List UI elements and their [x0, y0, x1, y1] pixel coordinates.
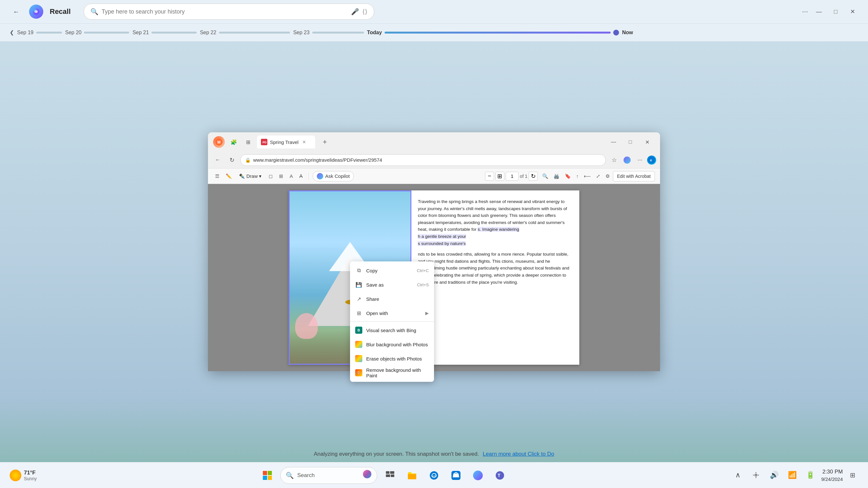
pdf-crop-btn[interactable]: ⊞ — [277, 171, 285, 182]
browser-extensions-btn[interactable]: 🧩 — [228, 137, 239, 147]
context-menu-open-with[interactable]: ⊞ Open with ▶ — [350, 306, 434, 320]
battery-button[interactable]: 🔋 — [803, 468, 817, 482]
pdf-text-mode-btn[interactable]: A — [288, 171, 295, 182]
pdf-share-btn[interactable]: ↑ — [574, 171, 581, 182]
taskbar-chevron-btn[interactable]: ∧ — [731, 468, 745, 482]
browser-more-button[interactable]: ··· — [634, 154, 646, 166]
microsoft-store-button[interactable] — [447, 466, 465, 484]
timeline-sep23[interactable]: Sep 23 — [293, 30, 364, 35]
pdf-toolbar: ☰ ✏️ ✒️ Draw ▾ ◻ ⊞ A A̶ Ask Copilot − ⊞ … — [208, 168, 660, 184]
browser-close-button[interactable]: ✕ — [640, 136, 655, 148]
pdf-expand-btn[interactable]: ⤢ — [594, 171, 602, 182]
browser-window: M 🧩 ⊞ PDF Spring Travel ✕ + — □ ✕ ← ↻ — [208, 132, 660, 371]
pdf-prev-page-btn[interactable]: ⟵ — [582, 171, 593, 182]
timeline-today[interactable]: Today — [367, 30, 619, 35]
clock-display[interactable]: 2:30 PM 9/24/2024 — [821, 468, 843, 483]
zoom-fit-button[interactable]: ⊞ — [495, 172, 504, 181]
zoom-in-button[interactable]: ↻ — [529, 172, 538, 181]
new-tab-button[interactable]: + — [319, 136, 331, 148]
pdf-highlight-btn[interactable]: ✏️ — [224, 171, 234, 182]
close-button[interactable]: ✕ — [847, 6, 858, 18]
share-label: Share — [366, 296, 429, 302]
clock-date: 9/24/2024 — [821, 476, 843, 483]
browser-tab-spring-travel[interactable]: PDF Spring Travel ✕ — [257, 135, 315, 149]
context-menu-share[interactable]: ↗ Share — [350, 292, 434, 306]
pdf-eraser-btn[interactable]: ◻ — [267, 171, 275, 182]
weather-sun-icon — [10, 469, 21, 481]
copy-label: Copy — [366, 268, 413, 273]
windows-start-button[interactable] — [258, 466, 276, 484]
pdf-text-btn2[interactable]: A̶ — [298, 171, 305, 182]
pdf-draw-chevron: ▾ — [259, 173, 261, 179]
teams-button[interactable]: T — [491, 466, 509, 484]
context-menu-erase-photos[interactable]: Erase objects with Photos — [350, 352, 434, 366]
recall-bar: ← Recall 🔍 🎤 ⟨⟩ ··· — □ ✕ — [0, 0, 868, 23]
timeline-sep19[interactable]: Sep 19 — [17, 30, 62, 35]
more-options-icon[interactable]: ··· — [802, 7, 808, 16]
pdf-draw-button[interactable]: ✒️ Draw ▾ — [237, 171, 264, 182]
file-explorer-button[interactable] — [403, 466, 421, 484]
copilot-nav-button[interactable] — [621, 154, 633, 166]
weather-temperature: 71°F — [24, 469, 37, 476]
taskbar-search-box[interactable]: 🔍 Search — [280, 467, 377, 484]
favorites-button[interactable]: ☆ — [609, 154, 620, 166]
ask-copilot-button[interactable]: Ask Copilot — [313, 171, 354, 182]
pdf-settings-btn[interactable]: ⚙ — [603, 171, 612, 182]
blur-photos-icon — [355, 341, 362, 348]
timeline-sep21[interactable]: Sep 21 — [132, 30, 197, 35]
recall-search-bar[interactable]: 🔍 🎤 ⟨⟩ — [84, 4, 374, 20]
context-menu-blur-photos[interactable]: Blur background with Photos — [350, 337, 434, 352]
zoom-out-button[interactable]: − — [485, 172, 494, 181]
erase-photos-icon — [355, 355, 362, 362]
bing-search-icon: B — [355, 327, 362, 334]
recall-search-input[interactable] — [102, 8, 348, 15]
page-number-input[interactable] — [506, 172, 519, 181]
timeline-sep20[interactable]: Sep 20 — [65, 30, 129, 35]
timeline-sep23-label: Sep 23 — [293, 30, 310, 35]
timeline-back-arrow[interactable]: ❮ — [10, 29, 14, 35]
learn-more-link[interactable]: Learn more about Click to Do — [483, 451, 554, 457]
pdf-list-view-btn[interactable]: ☰ — [213, 171, 221, 182]
pdf-search-btn[interactable]: 🔍 — [540, 171, 550, 182]
browser-sidebar-btn[interactable]: ⊞ — [243, 137, 253, 147]
code-icon[interactable]: ⟨⟩ — [362, 8, 368, 15]
browser-back-button[interactable]: ← — [212, 154, 223, 166]
open-with-label: Open with — [366, 311, 422, 316]
svg-point-17 — [430, 471, 438, 480]
browser-profile-logo[interactable]: M — [213, 136, 225, 148]
pdf-print-btn[interactable]: 🖨️ — [552, 171, 562, 182]
context-menu-copy[interactable]: ⧉ Copy Ctrl+C — [350, 263, 434, 278]
browser-maximize-button[interactable]: □ — [623, 136, 638, 148]
pdf-bookmark-btn[interactable]: 🔖 — [563, 171, 573, 182]
edit-with-acrobat-button[interactable]: Edit with Acrobat — [613, 171, 655, 182]
edge-browser-button[interactable] — [425, 466, 443, 484]
browser-refresh-button[interactable]: ↻ — [226, 154, 238, 166]
minimize-button[interactable]: — — [813, 6, 825, 18]
task-view-button[interactable] — [381, 466, 399, 484]
lock-icon: 🔒 — [245, 158, 251, 163]
maximize-button[interactable]: □ — [830, 6, 841, 18]
address-bar[interactable]: 🔒 www.margiestravel.com/springtravelidea… — [240, 154, 606, 166]
back-button[interactable]: ← — [10, 5, 23, 18]
context-menu-save-as[interactable]: 💾 Save as Ctrl+S — [350, 278, 434, 292]
weather-widget[interactable]: 71°F Sunny — [10, 469, 37, 481]
network-button[interactable]: 📶 — [785, 468, 799, 482]
timeline-sep22[interactable]: Sep 22 — [200, 30, 290, 35]
nav-right-icons: ☆ ··· e — [609, 154, 656, 166]
svg-rect-11 — [268, 476, 272, 480]
mic-icon[interactable]: 🎤 — [351, 8, 359, 15]
browser-tab-close[interactable]: ✕ — [301, 139, 307, 145]
taskbar-settings-btn[interactable] — [749, 468, 763, 482]
svg-rect-9 — [268, 471, 272, 475]
svg-text:T: T — [498, 473, 500, 478]
recall-taskbar-button[interactable] — [469, 466, 487, 484]
timeline-sep20-bar — [84, 32, 129, 34]
notification-button[interactable]: ⊞ — [847, 469, 858, 481]
weather-text: 71°F Sunny — [24, 469, 37, 481]
browser-minimize-button[interactable]: — — [606, 136, 621, 148]
remove-paint-label: Remove background with Paint — [366, 367, 429, 378]
context-menu-remove-paint[interactable]: 🎨 Remove background with Paint — [350, 366, 434, 380]
context-menu-visual-search[interactable]: B Visual search with Bing — [350, 323, 434, 337]
remove-paint-icon: 🎨 — [355, 369, 362, 376]
volume-button[interactable]: 🔊 — [767, 468, 781, 482]
